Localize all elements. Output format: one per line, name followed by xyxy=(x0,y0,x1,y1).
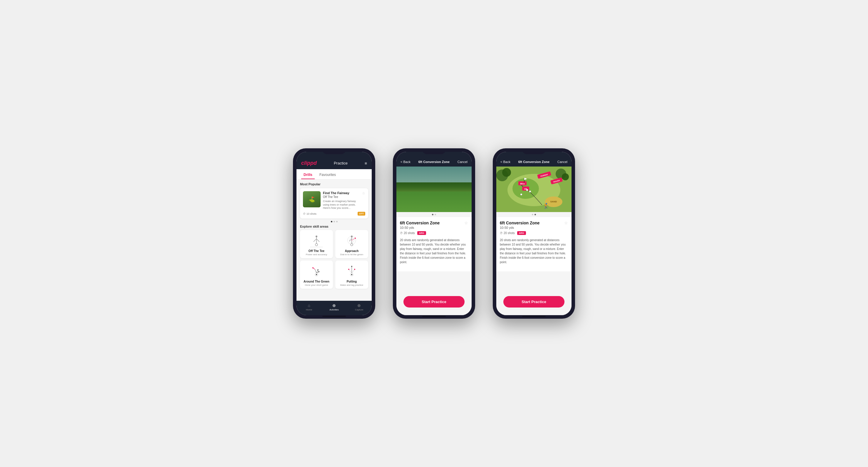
dot-1 xyxy=(331,221,332,222)
star-icon[interactable]: ☆ xyxy=(464,221,468,225)
svg-point-24 xyxy=(351,274,352,275)
p2-title: 6ft Conversion Zone xyxy=(418,160,450,164)
image-dots xyxy=(496,212,571,217)
bottom-nav: ⌂ Home ⊕ Activities ⊕ Capture xyxy=(297,301,372,315)
skill-card-approach[interactable]: Approach Dial-in to hit the green xyxy=(335,230,368,258)
svg-point-36 xyxy=(502,168,511,177)
skill-desc-atg: Hone your short game xyxy=(302,284,331,287)
cancel-button[interactable]: Cancel xyxy=(458,160,467,164)
svg-line-29 xyxy=(349,269,352,273)
drill-range-3: 10-50 yds xyxy=(500,226,568,229)
start-button-area-3: Start Practice xyxy=(496,294,571,315)
carousel-dots xyxy=(300,221,368,222)
back-button[interactable]: < Back xyxy=(401,160,410,164)
drill-subtitle: Off The Tee xyxy=(323,195,360,199)
dot-2 xyxy=(334,221,335,222)
phone-3-screen: < Back 6ft Conversion Zone Cancel xyxy=(496,152,571,315)
home-icon: ⌂ xyxy=(308,303,310,308)
drill-range: 10-50 yds xyxy=(400,226,468,229)
arg-badge: ARG xyxy=(417,231,426,235)
nav-activities[interactable]: ⊕ Activities xyxy=(321,303,346,311)
clock-icon: ⏱ xyxy=(500,231,503,235)
dot-2 xyxy=(534,214,536,215)
shots-meta-3: ⏱ 20 shots xyxy=(500,231,515,235)
atg-icon xyxy=(308,263,325,278)
dot-3 xyxy=(336,221,338,222)
image-dots xyxy=(396,212,472,217)
drill-meta: ⏱ 20 shots ARG xyxy=(400,231,468,235)
svg-line-16 xyxy=(315,269,316,273)
tab-favourites[interactable]: Favourites xyxy=(317,171,338,179)
svg-text:Miss: Miss xyxy=(520,183,525,185)
nav-home[interactable]: ⌂ Home xyxy=(297,303,321,311)
skill-card-ott[interactable]: Off The Tee Power and accuracy xyxy=(300,230,333,258)
drill-info-section-3: ☆ 6ft Conversion Zone 10-50 yds ⏱ 20 sho… xyxy=(496,217,571,271)
approach-icon xyxy=(343,233,361,247)
start-practice-button[interactable]: Start Practice xyxy=(403,296,465,307)
phone-3: < Back 6ft Conversion Zone Cancel xyxy=(493,148,575,319)
svg-point-18 xyxy=(312,267,313,268)
skill-name-approach: Approach xyxy=(338,249,366,253)
p1-content: Most Popular Find The Fairway Off The Te… xyxy=(297,179,372,301)
app-logo: clippd xyxy=(301,160,317,166)
svg-point-13 xyxy=(355,238,356,239)
dot-1 xyxy=(532,214,533,215)
card-footer: ⏱ 10 shots OTT xyxy=(303,212,365,215)
p1-header: clippd Practice ≡ xyxy=(297,152,372,169)
svg-line-30 xyxy=(352,269,355,273)
svg-point-51 xyxy=(529,191,531,192)
skill-name-atg: Around The Green xyxy=(302,280,331,283)
cancel-button[interactable]: Cancel xyxy=(557,160,567,164)
drill-description: Create an imaginary fairway using trees … xyxy=(323,200,360,210)
svg-point-22 xyxy=(318,271,319,272)
skill-desc-approach: Dial-in to hit the green xyxy=(338,253,366,256)
svg-line-3 xyxy=(316,239,319,242)
shots-label: ⏱ 10 shots xyxy=(303,212,316,215)
tabs-bar: Drills Favourites xyxy=(297,169,372,179)
tab-drills[interactable]: Drills xyxy=(301,171,315,179)
explore-title: Explore skill areas xyxy=(300,225,368,228)
svg-point-52 xyxy=(526,189,528,191)
svg-point-26 xyxy=(351,266,352,267)
drill-meta-3: ⏱ 20 shots ARG xyxy=(500,231,568,235)
featured-drill-card[interactable]: Find The Fairway Off The Tee Create an i… xyxy=(300,188,368,219)
arg-badge-3: ARG xyxy=(517,231,526,235)
map-visualization: Hit Miss FAIRWAY ROUGH SAND 🏌️ xyxy=(496,167,571,212)
phones-container: clippd Practice ≡ Drills Favourites Most… xyxy=(293,148,575,319)
putting-icon xyxy=(343,263,361,278)
shots-meta: ⏱ 20 shots xyxy=(400,231,415,235)
skill-name-putting: Putting xyxy=(338,280,366,283)
svg-point-8 xyxy=(350,243,353,246)
skill-card-atg[interactable]: Around The Green Hone your short game xyxy=(300,261,333,289)
svg-line-2 xyxy=(313,239,316,242)
skill-grid: Off The Tee Power and accuracy xyxy=(300,230,368,289)
phone-1: clippd Practice ≡ Drills Favourites Most… xyxy=(293,148,375,319)
skill-desc-putting: Make and lag practice xyxy=(338,284,366,287)
dot-1 xyxy=(432,214,433,215)
phone-1-screen: clippd Practice ≡ Drills Favourites Most… xyxy=(297,152,372,315)
most-popular-title: Most Popular xyxy=(300,182,368,186)
star-icon[interactable]: ☆ xyxy=(564,221,568,225)
svg-point-4 xyxy=(316,236,317,237)
drill-info-section: ☆ 6ft Conversion Zone 10-50 yds ⏱ 20 sho… xyxy=(396,217,472,271)
capture-icon: ⊕ xyxy=(357,303,361,308)
clock-icon: ⏱ xyxy=(303,212,306,215)
drill-description: 20 shots are randomly generated at dista… xyxy=(400,238,468,268)
p2-content: 🏌️ ☆ 6ft Conversion Zone 10-50 yds xyxy=(396,167,472,294)
drill-title-3: 6ft Conversion Zone xyxy=(500,221,568,225)
start-practice-button-3[interactable]: Start Practice xyxy=(503,296,564,307)
favourite-star-icon[interactable]: ☆ xyxy=(362,191,365,210)
clock-icon: ⏱ xyxy=(400,231,403,235)
menu-icon[interactable]: ≡ xyxy=(365,161,367,166)
dot-2 xyxy=(435,214,436,215)
drill-title: 6ft Conversion Zone xyxy=(400,221,468,225)
back-button[interactable]: < Back xyxy=(500,160,510,164)
p3-title: 6ft Conversion Zone xyxy=(518,160,550,164)
svg-text:🏌️: 🏌️ xyxy=(543,203,550,209)
drill-info: Find The Fairway Off The Tee Create an i… xyxy=(323,191,360,210)
skill-card-putting[interactable]: Putting Make and lag practice xyxy=(335,261,368,289)
p3-content: Hit Miss FAIRWAY ROUGH SAND 🏌️ xyxy=(496,167,571,294)
nav-capture[interactable]: ⊕ Capture xyxy=(347,303,372,311)
skill-name-ott: Off The Tee xyxy=(302,249,331,253)
drill-thumbnail xyxy=(303,191,320,207)
